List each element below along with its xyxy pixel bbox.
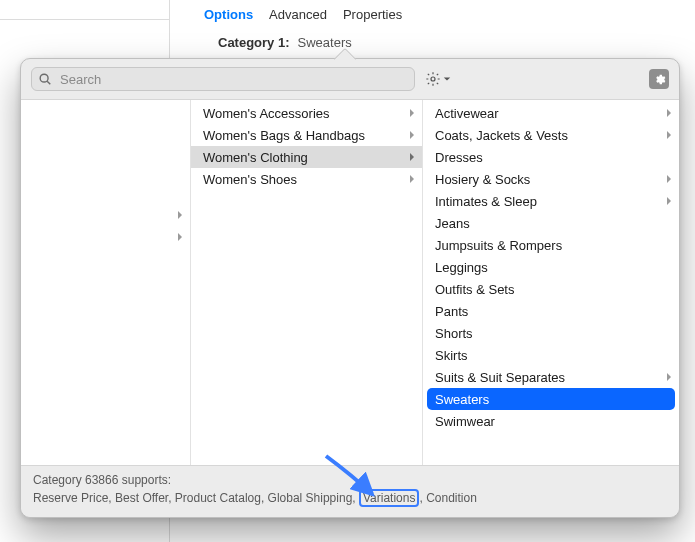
list-item-label: Activewear: [435, 106, 665, 121]
chevron-right-icon: [408, 108, 416, 118]
list-item-label: Outfits & Sets: [435, 282, 673, 297]
gear-icon: [653, 73, 666, 86]
list-item[interactable]: Sweaters: [427, 388, 675, 410]
chevron-down-icon: [443, 75, 451, 83]
list-item[interactable]: Pants: [423, 300, 679, 322]
list-item-label: Leggings: [435, 260, 673, 275]
list-item-label: Skirts: [435, 348, 673, 363]
category-columns: xxxx Women's AccessoriesWomen's Bags & H…: [21, 99, 679, 466]
chevron-right-icon: [665, 130, 673, 140]
list-item[interactable]: Intimates & Sleep: [423, 190, 679, 212]
footer-heading: Category 63866 supports:: [33, 472, 667, 489]
svg-point-0: [40, 74, 48, 82]
search-icon: [38, 72, 52, 86]
list-item-label: Coats, Jackets & Vests: [435, 128, 665, 143]
chevron-right-icon: [408, 174, 416, 184]
list-item[interactable]: Skirts: [423, 344, 679, 366]
chevron-right-icon: [176, 232, 184, 242]
list-item[interactable]: Jeans: [423, 212, 679, 234]
feature-item: Global Shipping: [268, 491, 353, 505]
svg-line-1: [47, 81, 50, 84]
list-item[interactable]: Coats, Jackets & Vests: [423, 124, 679, 146]
list-item[interactable]: Dresses: [423, 146, 679, 168]
list-item[interactable]: Shorts: [423, 322, 679, 344]
tab-advanced[interactable]: Advanced: [269, 7, 327, 22]
feature-item: Product Catalog: [175, 491, 261, 505]
footer-features: Reserve Price, Best Offer, Product Catal…: [33, 490, 667, 507]
list-item[interactable]: Outfits & Sets: [423, 278, 679, 300]
list-item-label: Jumpsuits & Rompers: [435, 238, 673, 253]
list-item[interactable]: Jumpsuits & Rompers: [423, 234, 679, 256]
feature-item: Best Offer: [115, 491, 168, 505]
category-picker-popover: xxxx Women's AccessoriesWomen's Bags & H…: [20, 58, 680, 518]
list-item[interactable]: Activewear: [423, 102, 679, 124]
chevron-right-icon: [408, 152, 416, 162]
list-item-label: Swimwear: [435, 414, 673, 429]
list-item[interactable]: Women's Bags & Handbags: [191, 124, 422, 146]
list-item[interactable]: Hosiery & Socks: [423, 168, 679, 190]
category-column-1[interactable]: xxxx: [21, 100, 191, 465]
list-item[interactable]: Swimwear: [423, 410, 679, 432]
category-column-2[interactable]: Women's AccessoriesWomen's Bags & Handba…: [191, 100, 423, 465]
chevron-right-icon: [665, 174, 673, 184]
list-item[interactable]: x: [21, 226, 190, 248]
category-field-row: Category 1: Sweaters: [190, 28, 695, 56]
feature-item: Reserve Price: [33, 491, 108, 505]
settings-button[interactable]: [649, 69, 669, 89]
category-support-footer: Category 63866 supports: Reserve Price, …: [21, 466, 679, 517]
list-item-label: Jeans: [435, 216, 673, 231]
list-item[interactable]: Women's Accessories: [191, 102, 422, 124]
options-menu-button[interactable]: [423, 69, 453, 89]
list-item-label: Sweaters: [435, 392, 669, 407]
list-item[interactable]: Women's Clothing: [191, 146, 422, 168]
svg-point-2: [431, 77, 435, 81]
chevron-right-icon: [665, 108, 673, 118]
category-label: Category 1:: [218, 35, 290, 50]
chevron-right-icon: [176, 210, 184, 220]
gear-icon: [425, 71, 441, 87]
search-input[interactable]: [31, 67, 415, 91]
category-column-3[interactable]: ActivewearCoats, Jackets & VestsDressesH…: [423, 100, 679, 465]
list-item-label: Women's Bags & Handbags: [203, 128, 408, 143]
list-item[interactable]: x: [21, 160, 190, 182]
tab-properties[interactable]: Properties: [343, 7, 402, 22]
list-item-label: Shorts: [435, 326, 673, 341]
chevron-right-icon: [665, 372, 673, 382]
list-item-label: Women's Clothing: [203, 150, 408, 165]
background-tab-bar: Options Advanced Properties: [190, 0, 695, 28]
highlighted-feature: Variations: [359, 489, 419, 507]
list-item-label: Dresses: [435, 150, 673, 165]
chevron-right-icon: [665, 196, 673, 206]
list-item-label: Hosiery & Socks: [435, 172, 665, 187]
list-item[interactable]: Women's Shoes: [191, 168, 422, 190]
chevron-right-icon: [408, 130, 416, 140]
tab-options[interactable]: Options: [204, 7, 253, 22]
list-item[interactable]: Leggings: [423, 256, 679, 278]
list-item-label: Women's Accessories: [203, 106, 408, 121]
list-item-label: Suits & Suit Separates: [435, 370, 665, 385]
list-item[interactable]: Suits & Suit Separates: [423, 366, 679, 388]
list-item[interactable]: x: [21, 204, 190, 226]
list-item-label: Intimates & Sleep: [435, 194, 665, 209]
feature-item: Condition: [426, 491, 477, 505]
list-item-label: Pants: [435, 304, 673, 319]
list-item[interactable]: x: [21, 182, 190, 204]
list-item-label: Women's Shoes: [203, 172, 408, 187]
